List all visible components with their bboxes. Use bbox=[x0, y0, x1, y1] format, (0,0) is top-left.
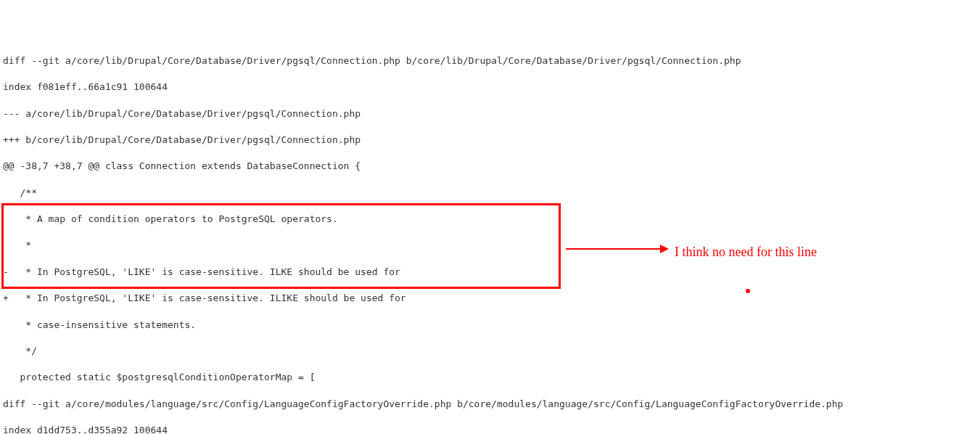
diff-ctx-1e: */ bbox=[3, 345, 977, 358]
diff-index-1: index f081eff..66a1c91 100644 bbox=[3, 81, 977, 94]
diff-ctx-1f: protected static $postgresqlConditionOpe… bbox=[3, 371, 977, 384]
diff-hunk-1: @@ -38,7 +38,7 @@ class Connection exten… bbox=[3, 160, 977, 173]
diff-header-1: diff --git a/core/lib/Drupal/Core/Databa… bbox=[3, 54, 977, 67]
diff-index-2: index d1dd753..d355a92 100644 bbox=[3, 424, 977, 434]
diff-minus-1: --- a/core/lib/Drupal/Core/Database/Driv… bbox=[3, 107, 977, 120]
diff-del-1: - * In PostgreSQL, 'LIKE' is case-sensit… bbox=[3, 266, 977, 279]
diff-plus-1: +++ b/core/lib/Drupal/Core/Database/Driv… bbox=[3, 134, 977, 147]
diff-ctx-1a: /** bbox=[3, 187, 977, 200]
diff-header-2: diff --git a/core/modules/language/src/C… bbox=[3, 398, 977, 411]
diff-ctx-1c: * bbox=[3, 239, 977, 252]
diff-add-1: + * In PostgreSQL, 'LIKE' is case-sensit… bbox=[3, 292, 977, 305]
diff-ctx-1b: * A map of condition operators to Postgr… bbox=[3, 213, 977, 226]
diff-ctx-1d: * case-insensitive statements. bbox=[3, 319, 977, 332]
